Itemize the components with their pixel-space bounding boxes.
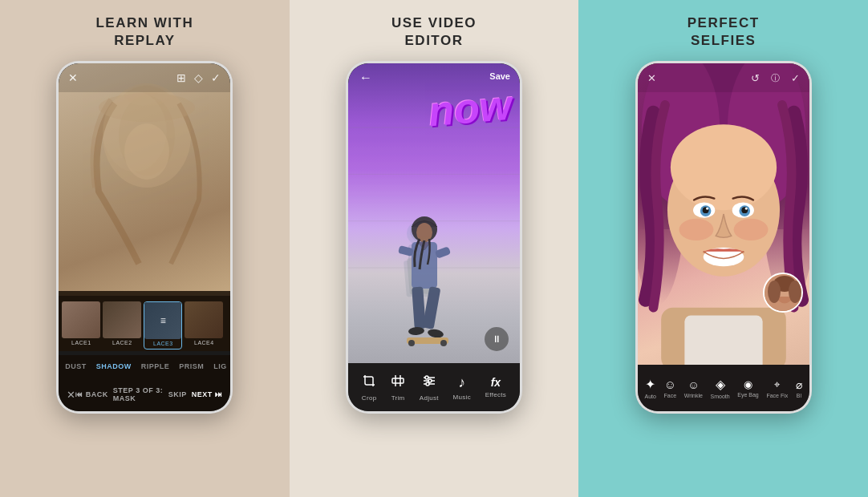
svg-point-27 <box>408 340 415 346</box>
adjust-label: Adjust <box>420 394 439 402</box>
svg-point-37 <box>426 382 429 386</box>
blur-tool[interactable]: ⌀ Bl <box>796 378 802 398</box>
skip-button[interactable]: SKIP <box>168 390 187 398</box>
filter-thumb-lace1[interactable]: LACE1 <box>62 301 100 350</box>
trim-tool[interactable]: Trim <box>391 374 405 402</box>
left-phone: ✕ ⊞ ◇ ✓ LACE1 LACE2 <box>56 61 233 414</box>
blur-icon: ⌀ <box>796 378 802 391</box>
svg-point-4 <box>103 91 167 172</box>
close-icon[interactable]: ✕ <box>68 71 78 84</box>
step-text: STEP 3 OF 3: MASK <box>113 386 164 402</box>
auto-label: Auto <box>644 394 655 399</box>
left-phone-topbar: ✕ ⊞ ◇ ✓ <box>59 63 230 92</box>
video-bg: now <box>348 63 520 363</box>
music-icon: ♪ <box>458 374 465 391</box>
wrinkle-tool[interactable]: ☺ Wrinkle <box>684 378 703 398</box>
effects-tool[interactable]: fx Effects <box>485 376 506 398</box>
music-label: Music <box>453 394 471 401</box>
wrinkle-label: Wrinkle <box>684 393 703 398</box>
filter-adjust-icon: ≡ <box>160 315 166 326</box>
auto-icon: ✦ <box>645 377 655 392</box>
svg-point-59 <box>768 281 781 303</box>
pause-button[interactable]: ⏸ <box>485 327 509 351</box>
music-tool[interactable]: ♪ Music <box>453 374 471 401</box>
step-bar: ✕ ⏮ BACK STEP 3 OF 3: MASK SKIP NEXT ⏭ <box>59 378 230 411</box>
auto-tool[interactable]: ✦ Auto <box>644 377 655 399</box>
svg-point-28 <box>440 340 447 346</box>
beauty-toolbar: ✦ Auto ☺ Face ☺ Wrinkle ◈ Smooth ◉ Eye <box>638 365 809 411</box>
svg-point-52 <box>744 208 747 210</box>
smooth-icon: ◈ <box>716 377 725 392</box>
filter-cat-prism[interactable]: PRISM <box>179 362 204 370</box>
svg-point-36 <box>428 379 432 382</box>
center-panel-title: USE VIDEOEDITOR <box>391 14 477 50</box>
facefix-tool[interactable]: ⌖ Face Fix <box>766 378 788 398</box>
eraser-icon[interactable]: ◇ <box>194 71 203 84</box>
back-button[interactable]: ⏮ BACK <box>75 390 108 398</box>
trim-icon <box>391 374 405 392</box>
filter-cat-dust[interactable]: DUST <box>65 362 87 370</box>
right-topbar-icons: ↺ ⓘ ✓ <box>751 72 800 84</box>
facefix-icon: ⌖ <box>774 378 780 391</box>
svg-point-42 <box>671 124 777 210</box>
skip-label: SKIP <box>168 390 187 398</box>
video-toolbar: Crop Trim <box>348 363 520 411</box>
adjust-tool[interactable]: Adjust <box>420 374 439 402</box>
undo-icon[interactable]: ↺ <box>751 72 760 84</box>
filter-cat-shadow[interactable]: SHADOW <box>96 362 132 370</box>
right-check-icon[interactable]: ✓ <box>791 72 800 84</box>
filter-thumb-lace4[interactable]: LACE4 <box>185 301 223 350</box>
save-button[interactable]: Save <box>489 71 510 81</box>
filter-thumb-label-active: LACE3 <box>144 341 181 346</box>
back-label: BACK <box>86 390 108 398</box>
next-label: NEXT <box>192 390 213 398</box>
right-phone-screen: ✕ ↺ ⓘ ✓ ✦ Auto ☺ Face ☺ W <box>638 63 809 411</box>
svg-rect-55 <box>684 316 762 366</box>
layers-icon[interactable]: ⊞ <box>176 71 186 84</box>
svg-point-35 <box>425 376 428 379</box>
crop-tool[interactable]: Crop <box>362 374 377 402</box>
filter-thumb-lace3[interactable]: ≡ LACE3 <box>144 301 182 350</box>
smooth-label: Smooth <box>711 394 730 399</box>
blur-label: Bl <box>797 393 801 398</box>
smooth-tool[interactable]: ◈ Smooth <box>711 377 730 399</box>
check-icon[interactable]: ✓ <box>211 71 221 84</box>
filter-thumb-label: LACE2 <box>103 340 141 345</box>
trim-label: Trim <box>391 394 405 402</box>
filter-strip: LACE1 LACE2 ≡ LACE3 LACE4 <box>59 291 230 351</box>
left-bg <box>59 63 230 296</box>
face-tool[interactable]: ☺ Face <box>664 378 677 398</box>
face-svg <box>638 63 809 365</box>
face-icon: ☺ <box>664 378 676 391</box>
right-close-icon[interactable]: ✕ <box>647 72 656 84</box>
filter-cat-ripple[interactable]: RIPPLE <box>141 362 170 370</box>
svg-point-51 <box>706 208 708 210</box>
panel-center: USE VIDEOEDITOR now <box>290 0 579 497</box>
facefix-label: Face Fix <box>766 393 788 398</box>
filter-thumb-inner <box>62 301 100 338</box>
filter-cat-lig[interactable]: LIG <box>213 362 227 370</box>
panel-left: LEARN WITHREPLAY <box>0 0 290 497</box>
effects-label: Effects <box>485 391 506 398</box>
topbar-right-icons: ⊞ ◇ ✓ <box>176 71 221 84</box>
filter-thumb-lace2[interactable]: LACE2 <box>103 301 141 350</box>
right-panel-title: PERFECTSELFIES <box>688 14 760 50</box>
left-panel-title: LEARN WITHREPLAY <box>95 14 193 50</box>
next-button[interactable]: NEXT ⏭ <box>192 390 223 398</box>
svg-point-60 <box>789 281 801 303</box>
svg-rect-29 <box>392 378 404 383</box>
step-close-icon[interactable]: ✕ <box>67 389 75 401</box>
center-phone-screen: now <box>348 63 520 411</box>
info-icon[interactable]: ⓘ <box>771 72 780 84</box>
crop-icon <box>362 374 376 392</box>
panel-right: PERFECTSELFIES <box>578 0 868 497</box>
pause-icon: ⏸ <box>492 333 501 345</box>
eyebag-tool[interactable]: ◉ Eye Bag <box>737 378 758 398</box>
woman-svg <box>75 71 219 288</box>
filter-thumb-inner-active: ≡ <box>144 302 181 339</box>
fx-icon: fx <box>491 376 501 389</box>
back-arrow-icon[interactable]: ← <box>359 71 372 85</box>
center-phone: now <box>346 61 522 414</box>
eyebag-label: Eye Bag <box>737 392 758 398</box>
left-phone-screen: ✕ ⊞ ◇ ✓ LACE1 LACE2 <box>59 63 230 411</box>
